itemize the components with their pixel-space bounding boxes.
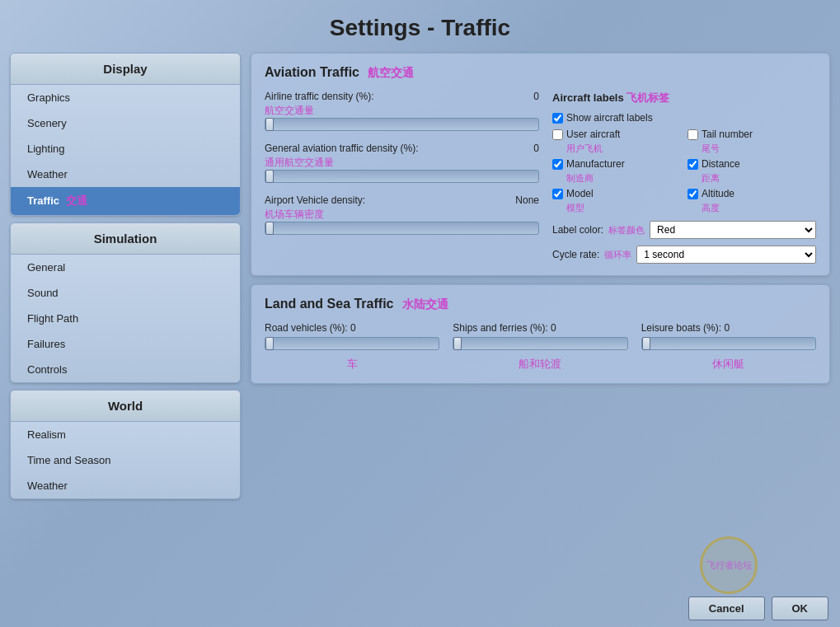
- label-color-row: Label color: 标签颜色 Red Blue Green White Y…: [552, 221, 816, 239]
- general-aviation-label: General aviation traffic density (%): 0: [265, 143, 539, 154]
- ships-ferries-label: Ships and ferries (%): 0: [453, 322, 627, 334]
- sidebar-item-failures[interactable]: Failures: [11, 331, 240, 357]
- sidebar-item-realism[interactable]: Realism: [11, 422, 240, 447]
- sidebar-section-display: Display Graphics Scenery Lighting Weathe…: [10, 53, 241, 216]
- sidebar-section-display-header: Display: [11, 54, 240, 85]
- cancel-button[interactable]: Cancel: [688, 597, 765, 620]
- watermark: 飞行者论坛: [700, 536, 758, 594]
- distance-item: Distance 距离: [687, 158, 816, 185]
- road-vehicles-item: Road vehicles (%): 0 车: [265, 322, 439, 372]
- content-area: Aviation Traffic 航空交通 Airline traffic de…: [251, 53, 830, 615]
- sidebar-section-simulation: Simulation General Sound Flight Path Fai…: [10, 222, 241, 383]
- airline-slider[interactable]: [265, 118, 539, 131]
- aircraft-labels-grid: User aircraft 用户飞机 Tail number: [552, 129, 816, 214]
- bottom-bar: Cancel OK: [0, 590, 840, 627]
- land-sea-title: Land and Sea Traffic 水陆交通: [265, 297, 816, 312]
- road-vehicles-slider[interactable]: [265, 337, 439, 350]
- general-aviation-slider[interactable]: [265, 170, 539, 183]
- airport-vehicle-slider-row: Airport Vehicle density: None 机场车辆密度: [265, 194, 539, 238]
- tail-number-checkbox[interactable]: [687, 129, 698, 140]
- sidebar: Display Graphics Scenery Lighting Weathe…: [10, 53, 241, 615]
- manufacturer-checkbox[interactable]: [552, 159, 563, 170]
- page-title: Settings - Traffic: [0, 0, 840, 53]
- sidebar-section-world-header: World: [11, 391, 240, 422]
- airline-slider-row: Airline traffic density (%): 0 航空交通量: [265, 91, 539, 134]
- land-sea-content: Road vehicles (%): 0 车 Ships and ferries…: [265, 322, 816, 372]
- distance-checkbox[interactable]: [687, 159, 698, 170]
- ships-ferries-slider[interactable]: [453, 337, 627, 350]
- altitude-item: Altitude 高度: [687, 188, 816, 214]
- manufacturer-item: Manufacturer 制造商: [552, 158, 681, 185]
- aircraft-labels-panel: Aircraft labels 飞机标签 Show aircraft label…: [552, 91, 816, 264]
- sidebar-item-weather-world[interactable]: Weather: [11, 473, 240, 498]
- show-aircraft-checkbox[interactable]: [552, 113, 563, 124]
- aviation-content: Airline traffic density (%): 0 航空交通量 Gen…: [265, 91, 816, 264]
- ok-button[interactable]: OK: [772, 597, 829, 620]
- model-item: Model 模型: [552, 188, 681, 214]
- watermark-circle: 飞行者论坛: [700, 536, 758, 594]
- aviation-traffic-title: Aviation Traffic 航空交通: [265, 65, 816, 81]
- leisure-boats-item: Leisure boats (%): 0 休闲艇: [641, 322, 816, 372]
- airline-label: Airline traffic density (%): 0: [265, 91, 539, 102]
- cycle-rate-row: Cycle rate: 循环率 1 second 2 seconds 5 sec…: [552, 246, 816, 264]
- airport-vehicle-label: Airport Vehicle density: None: [265, 194, 539, 206]
- leisure-boats-label: Leisure boats (%): 0: [641, 322, 816, 334]
- aircraft-labels-title: Aircraft labels 飞机标签: [552, 91, 816, 105]
- land-sea-traffic-panel: Land and Sea Traffic 水陆交通 Road vehicles …: [251, 284, 830, 384]
- traffic-sliders: Airline traffic density (%): 0 航空交通量 Gen…: [265, 91, 539, 264]
- label-color-dropdown[interactable]: Red Blue Green White Yellow: [650, 221, 816, 239]
- altitude-checkbox[interactable]: [687, 189, 698, 199]
- aviation-traffic-panel: Aviation Traffic 航空交通 Airline traffic de…: [251, 53, 830, 276]
- ships-ferries-item: Ships and ferries (%): 0 船和轮渡: [453, 322, 627, 372]
- sidebar-section-simulation-header: Simulation: [11, 223, 240, 255]
- sidebar-item-flight-path[interactable]: Flight Path: [11, 306, 240, 331]
- sidebar-item-general[interactable]: General: [11, 255, 240, 280]
- road-vehicles-label: Road vehicles (%): 0: [265, 322, 439, 334]
- sidebar-item-controls[interactable]: Controls: [11, 357, 240, 382]
- show-aircraft-labels-row: Show aircraft labels: [552, 112, 816, 124]
- sidebar-item-traffic[interactable]: Traffic 交通: [11, 187, 240, 215]
- show-aircraft-label: Show aircraft labels: [566, 112, 653, 124]
- sidebar-item-weather-display[interactable]: Weather: [11, 161, 240, 187]
- sidebar-item-sound[interactable]: Sound: [11, 280, 240, 306]
- sidebar-item-graphics[interactable]: Graphics: [11, 85, 240, 110]
- user-aircraft-checkbox[interactable]: [552, 129, 563, 140]
- sidebar-item-lighting[interactable]: Lighting: [11, 136, 240, 161]
- cycle-rate-dropdown[interactable]: 1 second 2 seconds 5 seconds: [636, 246, 816, 264]
- sidebar-item-time-season[interactable]: Time and Season: [11, 447, 240, 473]
- user-aircraft-item: User aircraft 用户飞机: [552, 129, 681, 155]
- leisure-boats-slider[interactable]: [641, 337, 816, 350]
- model-checkbox[interactable]: [552, 189, 563, 199]
- sidebar-item-scenery[interactable]: Scenery: [11, 110, 240, 136]
- tail-number-item: Tail number 尾号: [687, 129, 816, 155]
- sidebar-section-world: World Realism Time and Season Weather: [10, 390, 241, 499]
- airport-vehicle-slider[interactable]: [265, 222, 539, 235]
- general-aviation-slider-row: General aviation traffic density (%): 0 …: [265, 143, 539, 186]
